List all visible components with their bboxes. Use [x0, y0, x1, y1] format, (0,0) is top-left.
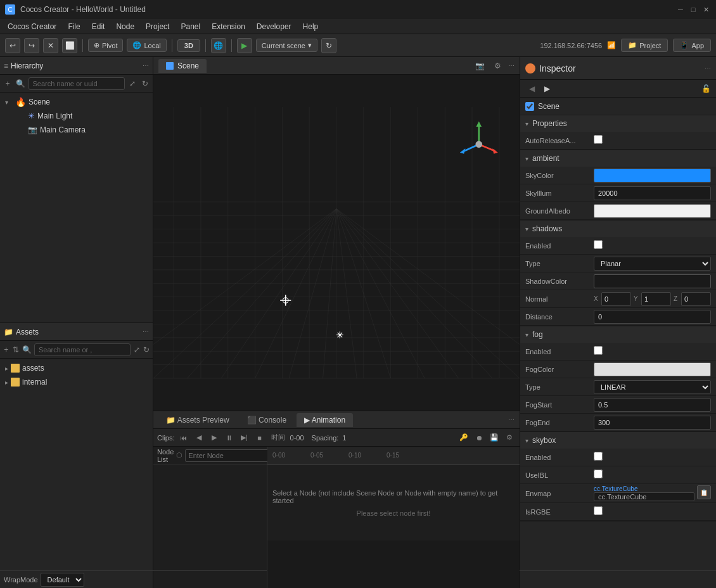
- is-rgbe-checkbox[interactable]: [594, 506, 603, 515]
- envmap-input[interactable]: cc.TextureCube: [594, 492, 694, 501]
- inspector-lock-icon[interactable]: 🔓: [701, 84, 711, 93]
- scene-selector[interactable]: Current scene ▾: [256, 39, 317, 52]
- hierarchy-expand-button[interactable]: ⤢: [127, 77, 137, 90]
- normal-z-input[interactable]: [681, 292, 711, 306]
- assets-refresh-btn[interactable]: ↻: [143, 343, 151, 356]
- scene-settings-icon[interactable]: ⚙: [490, 59, 504, 73]
- auto-release-checkbox[interactable]: [594, 135, 603, 144]
- history-button[interactable]: ⬜: [62, 38, 77, 53]
- 3d-button[interactable]: 3D: [177, 39, 200, 52]
- menu-node[interactable]: Node: [111, 21, 139, 32]
- ambient-section-header[interactable]: ▾ ambient: [520, 150, 716, 167]
- anim-play-btn[interactable]: ▶: [208, 431, 221, 444]
- menu-developer[interactable]: Developer: [252, 21, 297, 32]
- assets-menu-icon[interactable]: ⋯: [143, 328, 149, 335]
- redo-button[interactable]: ↪: [24, 38, 39, 53]
- hierarchy-icon: ≡: [4, 61, 8, 70]
- shadows-section-header[interactable]: ▾ shadows: [520, 220, 716, 237]
- sky-illum-input[interactable]: [594, 186, 711, 200]
- assets-item-assets[interactable]: ▸ assets: [0, 361, 153, 375]
- menu-help[interactable]: Help: [298, 21, 324, 32]
- minimize-button[interactable]: ─: [675, 4, 686, 15]
- scene-tab[interactable]: Scene: [158, 59, 207, 73]
- play-button[interactable]: ▶: [237, 38, 252, 53]
- assets-sort-btn[interactable]: ⇅: [13, 343, 20, 356]
- refresh-button[interactable]: ✕: [43, 38, 58, 53]
- fog-color-swatch[interactable]: [594, 362, 711, 376]
- hierarchy-search-button[interactable]: 🔍: [15, 77, 25, 90]
- shadows-type-select[interactable]: Planar ShadowMap: [594, 257, 711, 271]
- anim-record-btn[interactable]: ⏺: [473, 431, 485, 444]
- scene-active-checkbox[interactable]: [525, 102, 534, 111]
- inspector-menu-icon[interactable]: ⋯: [705, 65, 711, 72]
- distance-input[interactable]: [594, 310, 711, 324]
- anim-next-btn[interactable]: ▶|: [238, 431, 251, 444]
- menu-panel[interactable]: Panel: [176, 21, 205, 32]
- anim-first-btn[interactable]: ⏮: [177, 431, 190, 444]
- menu-edit[interactable]: Edit: [87, 21, 110, 32]
- fog-type-select[interactable]: LINEAR EXP EXP_SQUARED LAYERED: [594, 380, 711, 394]
- anim-add-key-btn[interactable]: 🔑: [457, 431, 470, 444]
- skybox-section-header[interactable]: ▾ skybox: [520, 432, 716, 449]
- skybox-enabled-checkbox[interactable]: [594, 452, 603, 461]
- project-button[interactable]: 📁 Project: [621, 39, 668, 52]
- maximize-button[interactable]: □: [688, 4, 698, 15]
- sky-color-swatch[interactable]: [594, 169, 711, 182]
- tab-animation[interactable]: ▶ Animation: [297, 413, 353, 427]
- anim-prev-btn[interactable]: ◀: [193, 431, 205, 444]
- tab-assets-preview[interactable]: 📁 Assets Preview: [158, 413, 237, 427]
- fog-end-input[interactable]: [594, 416, 711, 430]
- local-button[interactable]: 🌐 Local: [127, 39, 166, 52]
- undo-button[interactable]: ↩: [5, 38, 20, 53]
- wrapmode-select[interactable]: Default: [41, 573, 84, 587]
- assets-add-btn[interactable]: +: [3, 343, 10, 356]
- hierarchy-scene-item[interactable]: ▾ 🔥 Scene: [0, 95, 153, 109]
- animation-panel-menu[interactable]: ⋯: [508, 416, 515, 423]
- hierarchy-search-input[interactable]: [29, 77, 125, 90]
- assets-item-internal[interactable]: ▸ internal: [0, 375, 153, 389]
- hierarchy-main-light-item[interactable]: ☀ Main Light: [0, 109, 153, 123]
- menu-file[interactable]: File: [63, 21, 85, 32]
- shadow-color-swatch[interactable]: [594, 274, 711, 288]
- assets-search-input[interactable]: [34, 343, 131, 356]
- anim-stop-btn[interactable]: ■: [253, 431, 266, 444]
- menu-extension[interactable]: Extension: [207, 21, 250, 32]
- fog-enabled-checkbox[interactable]: [594, 346, 603, 355]
- hierarchy-refresh-button[interactable]: ↻: [140, 77, 150, 90]
- anim-pause-btn[interactable]: ⏸: [223, 431, 236, 444]
- menu-project[interactable]: Project: [141, 21, 174, 32]
- scene-menu-icon[interactable]: ⋯: [508, 62, 515, 69]
- use-ibl-checkbox[interactable]: [594, 470, 603, 478]
- enter-node-input[interactable]: [185, 449, 279, 462]
- app-button[interactable]: 📱 App: [673, 39, 711, 52]
- hierarchy-add-button[interactable]: +: [3, 77, 13, 90]
- ground-albedo-swatch[interactable]: [594, 204, 711, 218]
- hierarchy-menu-icon[interactable]: ⋯: [143, 62, 149, 69]
- viewport[interactable]: [153, 75, 520, 411]
- inspector-back-arrow[interactable]: ◀: [525, 82, 538, 95]
- normal-x-input[interactable]: [601, 292, 631, 306]
- anim-save-btn[interactable]: 💾: [488, 431, 501, 444]
- globe-button[interactable]: 🌐: [211, 38, 226, 53]
- shadows-enabled-checkbox[interactable]: [594, 240, 603, 249]
- inspector-forward-arrow[interactable]: ▶: [540, 82, 553, 95]
- menu-cocos-creator[interactable]: Cocos Creator: [3, 21, 61, 32]
- assets-search-icon-btn[interactable]: 🔍: [22, 343, 32, 356]
- scene-header: Scene 📷 ⚙ ⋯: [153, 57, 520, 75]
- assets-expand-btn[interactable]: ⤢: [133, 343, 141, 356]
- hierarchy-main-camera-item[interactable]: 📷 Main Camera: [0, 123, 153, 137]
- inspector-content: Scene ▾ Properties AutoReleaseA... ▾: [520, 98, 716, 521]
- normal-y-input[interactable]: [641, 292, 671, 306]
- scene-selector-arrow: ▾: [308, 41, 312, 49]
- envmap-picker-btn[interactable]: 📋: [697, 485, 711, 499]
- fog-type-value: LINEAR EXP EXP_SQUARED LAYERED: [594, 380, 711, 394]
- pivot-button[interactable]: ⊕ Pivot: [88, 39, 123, 52]
- tab-console[interactable]: ⬛ Console: [240, 413, 294, 427]
- reload-button[interactable]: ↻: [321, 38, 336, 53]
- properties-section-header[interactable]: ▾ Properties: [520, 115, 716, 132]
- anim-option-btn[interactable]: ⚙: [503, 431, 516, 444]
- close-button[interactable]: ✕: [701, 4, 711, 15]
- fog-section-header[interactable]: ▾ fog: [520, 326, 716, 343]
- camera-settings-icon[interactable]: 📷: [473, 59, 487, 73]
- fog-start-input[interactable]: [594, 398, 711, 412]
